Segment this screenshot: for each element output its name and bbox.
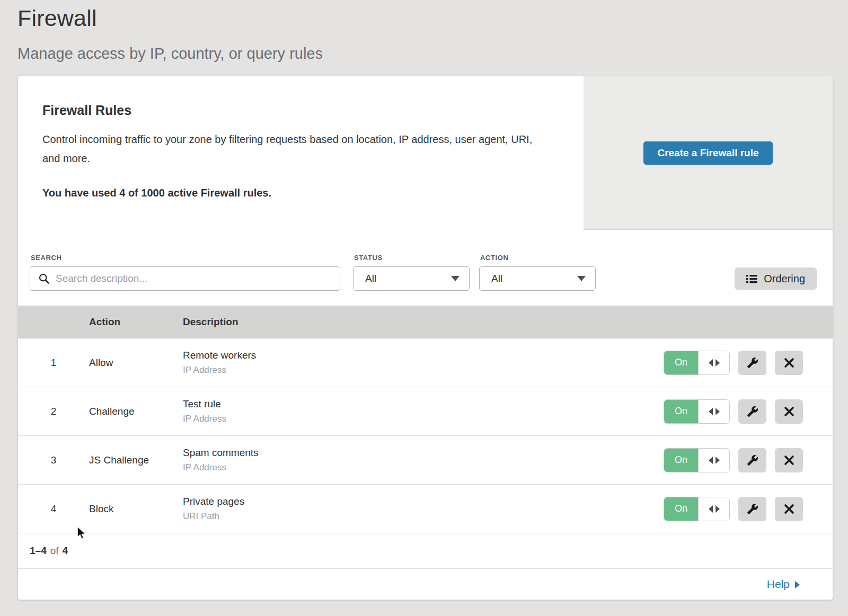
rule-description-cell: Private pages URI Path [183, 496, 663, 522]
rule-action: Block [89, 503, 183, 515]
pagination-total: 4 [63, 545, 68, 557]
toggle-arrows-icon[interactable] [698, 449, 729, 472]
pagination-range: 1–4 [30, 545, 47, 557]
delete-rule-button[interactable] [775, 351, 803, 375]
search-input[interactable] [30, 267, 340, 290]
edit-rule-button[interactable] [738, 351, 766, 375]
rules-list: 1 Allow Remote workers IP Address On [18, 338, 833, 533]
help-link-label: Help [767, 578, 790, 591]
search-box [30, 266, 340, 291]
table-row: 2 Challenge Test rule IP Address On [18, 387, 833, 436]
action-label: ACTION [480, 254, 596, 262]
rule-enabled-toggle[interactable]: On [664, 399, 730, 424]
rule-match-type: IP Address [183, 462, 663, 473]
rule-action: JS Challenge [89, 454, 183, 466]
column-header-description: Description [183, 316, 663, 328]
rule-description-cell: Spam comments IP Address [183, 447, 663, 473]
rule-action: Challenge [89, 406, 183, 417]
pagination-of-label: of [50, 545, 59, 557]
page-title: Firewall [17, 5, 848, 31]
rule-priority: 3 [18, 454, 89, 466]
edit-rule-button[interactable] [738, 448, 766, 472]
column-header-action: Action [89, 316, 183, 328]
wrench-icon [747, 503, 758, 515]
edit-rule-button[interactable] [738, 497, 766, 521]
status-select[interactable]: All [353, 266, 470, 291]
chevron-down-icon [451, 276, 460, 281]
rule-priority: 2 [18, 406, 89, 417]
action-select-value: All [491, 273, 502, 284]
table-header: Action Description [18, 306, 833, 338]
rule-description: Private pages [183, 496, 663, 507]
action-select[interactable]: All [479, 266, 596, 291]
rule-enabled-toggle[interactable]: On [664, 448, 730, 472]
search-label: SEARCH [31, 254, 340, 262]
search-icon [39, 273, 49, 284]
rule-priority: 1 [18, 357, 89, 369]
rule-description: Remote workers [183, 350, 663, 361]
firewall-rules-card: Firewall Rules Control incoming traffic … [17, 76, 833, 600]
pagination-bar: 1–4 of 4 [18, 533, 833, 569]
close-icon [784, 455, 794, 466]
close-icon [784, 406, 794, 417]
toggle-on-label: On [664, 351, 698, 374]
chevron-down-icon [577, 276, 586, 281]
toggle-arrows-icon[interactable] [698, 497, 729, 521]
table-row: 4 Block Private pages URI Path On [18, 485, 833, 533]
rule-description-cell: Test rule IP Address [183, 398, 663, 424]
toggle-arrows-icon[interactable] [698, 351, 729, 374]
toggle-on-label: On [664, 449, 698, 472]
delete-rule-button[interactable] [775, 399, 803, 424]
toggle-on-label: On [664, 400, 698, 423]
rule-enabled-toggle[interactable]: On [664, 497, 730, 521]
edit-rule-button[interactable] [738, 399, 766, 424]
section-description: Control incoming traffic to your zone by… [42, 130, 543, 168]
wrench-icon [747, 357, 758, 369]
toggle-arrows-icon[interactable] [698, 400, 729, 423]
status-label: STATUS [354, 254, 470, 262]
wrench-icon [747, 454, 758, 466]
ordering-list-icon [746, 274, 757, 283]
intro-section: Firewall Rules Control incoming traffic … [18, 76, 833, 230]
close-icon [784, 358, 794, 368]
filters-bar: SEARCH STATUS All ACTION All [18, 230, 833, 306]
delete-rule-button[interactable] [775, 448, 803, 472]
help-link[interactable]: Help [767, 578, 800, 591]
rule-description: Spam comments [183, 447, 663, 459]
page-subtitle: Manage access by IP, country, or query r… [17, 45, 848, 63]
rule-description-cell: Remote workers IP Address [183, 350, 663, 376]
rule-enabled-toggle[interactable]: On [664, 351, 730, 375]
rule-action: Allow [89, 357, 183, 369]
delete-rule-button[interactable] [775, 497, 803, 521]
status-select-value: All [365, 273, 376, 284]
usage-summary: You have used 4 of 1000 active Firewall … [42, 187, 558, 199]
toggle-on-label: On [664, 497, 698, 521]
page-header: Firewall Manage access by IP, country, o… [0, 0, 848, 63]
rule-match-type: IP Address [183, 414, 663, 424]
create-rule-panel: Create a Firewall rule [584, 76, 833, 230]
rule-match-type: IP Address [183, 365, 663, 376]
section-title: Firewall Rules [42, 103, 558, 118]
help-bar: Help [18, 569, 833, 599]
ordering-button[interactable]: Ordering [735, 267, 817, 290]
close-icon [784, 504, 794, 514]
table-row: 1 Allow Remote workers IP Address On [18, 338, 833, 387]
rule-priority: 4 [18, 503, 89, 515]
rule-match-type: URI Path [183, 511, 663, 522]
table-row: 3 JS Challenge Spam comments IP Address … [18, 436, 833, 485]
rule-description: Test rule [183, 398, 663, 410]
wrench-icon [747, 406, 758, 417]
create-firewall-rule-button[interactable]: Create a Firewall rule [643, 141, 772, 165]
help-arrow-icon [795, 581, 800, 588]
ordering-button-label: Ordering [764, 273, 805, 285]
intro-text-block: Firewall Rules Control incoming traffic … [18, 76, 584, 230]
